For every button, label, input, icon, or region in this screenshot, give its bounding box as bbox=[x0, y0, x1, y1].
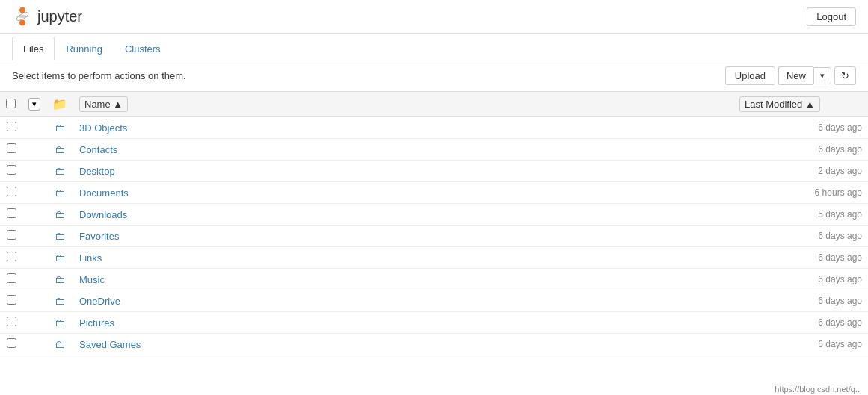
row-spacer-cell bbox=[22, 182, 46, 204]
row-checkbox-cell bbox=[0, 247, 22, 269]
table-row: 🗀 Contacts 6 days ago bbox=[0, 139, 868, 161]
row-checkbox-cell bbox=[0, 139, 22, 161]
row-checkbox-cell bbox=[0, 204, 22, 226]
file-link[interactable]: Music bbox=[79, 274, 105, 285]
row-checkbox-cell bbox=[0, 117, 22, 139]
row-modified-cell: 6 days ago bbox=[733, 226, 868, 247]
row-spacer-cell bbox=[22, 334, 46, 355]
row-spacer-cell bbox=[22, 139, 46, 161]
row-name-cell: Contacts bbox=[73, 139, 733, 161]
modified-sort-button[interactable]: Last Modified ▲ bbox=[739, 96, 820, 112]
row-checkbox[interactable] bbox=[7, 208, 16, 218]
logo: jupyter bbox=[12, 6, 82, 27]
svg-point-0 bbox=[19, 7, 25, 13]
row-checkbox[interactable] bbox=[7, 143, 16, 153]
row-modified-cell: 5 days ago bbox=[733, 204, 868, 226]
folder-icon: 🗀 bbox=[55, 273, 65, 285]
row-folder-icon-cell: 🗀 bbox=[46, 204, 73, 226]
jupyter-logo-icon bbox=[12, 6, 33, 27]
refresh-button[interactable]: ↻ bbox=[834, 66, 856, 85]
row-spacer-cell bbox=[22, 312, 46, 334]
row-checkbox[interactable] bbox=[7, 295, 16, 305]
row-name-cell: Desktop bbox=[73, 161, 733, 182]
row-spacer-cell bbox=[22, 161, 46, 182]
row-name-cell: 3D Objects bbox=[73, 117, 733, 139]
folder-icon: 🗀 bbox=[55, 317, 65, 329]
table-row: 🗀 Pictures 6 days ago bbox=[0, 312, 868, 334]
table-row: 🗀 Saved Games 6 days ago bbox=[0, 334, 868, 355]
row-modified-cell: 6 days ago bbox=[733, 290, 868, 312]
folder-icon: 🗀 bbox=[55, 122, 65, 134]
header-dropdown-col: ▾ bbox=[22, 92, 46, 117]
bulk-action-dropdown[interactable]: ▾ bbox=[28, 98, 40, 111]
file-link[interactable]: Contacts bbox=[79, 144, 117, 155]
name-sort-button[interactable]: Name ▲ bbox=[79, 96, 128, 112]
row-checkbox[interactable] bbox=[7, 122, 16, 131]
header-icon-col: 📁 bbox=[46, 92, 73, 117]
new-button[interactable]: New bbox=[778, 66, 813, 85]
row-folder-icon-cell: 🗀 bbox=[46, 269, 73, 290]
row-checkbox-cell bbox=[0, 226, 22, 247]
new-button-group: New ▾ bbox=[778, 66, 831, 85]
folder-nav-icon: 📁 bbox=[52, 98, 67, 111]
file-link[interactable]: Favorites bbox=[79, 231, 119, 242]
row-checkbox[interactable] bbox=[7, 273, 16, 283]
folder-icon: 🗀 bbox=[55, 230, 65, 242]
row-checkbox[interactable] bbox=[7, 187, 16, 196]
table-row: 🗀 Favorites 6 days ago bbox=[0, 226, 868, 247]
upload-button[interactable]: Upload bbox=[725, 66, 775, 85]
row-modified-cell: 6 days ago bbox=[733, 117, 868, 139]
file-link[interactable]: OneDrive bbox=[79, 296, 120, 307]
file-table: ▾ 📁 Name ▲ Last Modified ▲ bbox=[0, 91, 868, 355]
row-folder-icon-cell: 🗀 bbox=[46, 182, 73, 204]
file-table-body: 🗀 3D Objects 6 days ago 🗀 Contacts 6 day… bbox=[0, 117, 868, 355]
folder-icon: 🗀 bbox=[55, 295, 65, 307]
file-link[interactable]: 3D Objects bbox=[79, 122, 127, 134]
folder-icon: 🗀 bbox=[55, 338, 65, 350]
logo-text: jupyter bbox=[37, 8, 82, 25]
row-spacer-cell bbox=[22, 269, 46, 290]
row-folder-icon-cell: 🗀 bbox=[46, 290, 73, 312]
svg-point-1 bbox=[19, 19, 25, 25]
file-link[interactable]: Documents bbox=[79, 187, 129, 199]
row-modified-cell: 6 days ago bbox=[733, 247, 868, 269]
row-checkbox[interactable] bbox=[7, 165, 16, 175]
row-folder-icon-cell: 🗀 bbox=[46, 117, 73, 139]
row-checkbox[interactable] bbox=[7, 317, 16, 326]
select-hint: Select items to perform actions on them. bbox=[12, 70, 186, 81]
row-checkbox-cell bbox=[0, 290, 22, 312]
row-checkbox[interactable] bbox=[7, 230, 16, 240]
table-row: 🗀 3D Objects 6 days ago bbox=[0, 117, 868, 139]
row-spacer-cell bbox=[22, 290, 46, 312]
logout-button[interactable]: Logout bbox=[807, 7, 856, 26]
tab-clusters[interactable]: Clusters bbox=[114, 37, 172, 60]
row-folder-icon-cell: 🗀 bbox=[46, 139, 73, 161]
row-modified-cell: 6 days ago bbox=[733, 312, 868, 334]
row-name-cell: Pictures bbox=[73, 312, 733, 334]
row-checkbox[interactable] bbox=[7, 338, 16, 348]
folder-icon: 🗀 bbox=[55, 187, 65, 199]
modified-col-label: Last Modified bbox=[745, 99, 802, 110]
toolbar: Select items to perform actions on them.… bbox=[0, 60, 868, 91]
tab-running[interactable]: Running bbox=[55, 37, 113, 60]
row-name-cell: Favorites bbox=[73, 226, 733, 247]
new-dropdown-button[interactable]: ▾ bbox=[813, 67, 831, 84]
row-checkbox-cell bbox=[0, 269, 22, 290]
name-sort-indicator: ▲ bbox=[113, 99, 123, 110]
row-spacer-cell bbox=[22, 204, 46, 226]
file-link[interactable]: Pictures bbox=[79, 317, 114, 329]
file-link[interactable]: Saved Games bbox=[79, 339, 141, 350]
file-link[interactable]: Links bbox=[79, 252, 102, 264]
file-link[interactable]: Downloads bbox=[79, 209, 127, 220]
row-checkbox[interactable] bbox=[7, 252, 16, 261]
name-column-header: Name ▲ bbox=[73, 92, 733, 117]
header: jupyter Logout bbox=[0, 0, 868, 34]
file-link[interactable]: Desktop bbox=[79, 166, 115, 177]
row-modified-cell: 2 days ago bbox=[733, 161, 868, 182]
table-row: 🗀 Downloads 5 days ago bbox=[0, 204, 868, 226]
select-all-checkbox[interactable] bbox=[6, 99, 16, 108]
table-row: 🗀 Links 6 days ago bbox=[0, 247, 868, 269]
tab-files[interactable]: Files bbox=[12, 37, 55, 60]
row-spacer-cell bbox=[22, 226, 46, 247]
row-checkbox-cell bbox=[0, 161, 22, 182]
